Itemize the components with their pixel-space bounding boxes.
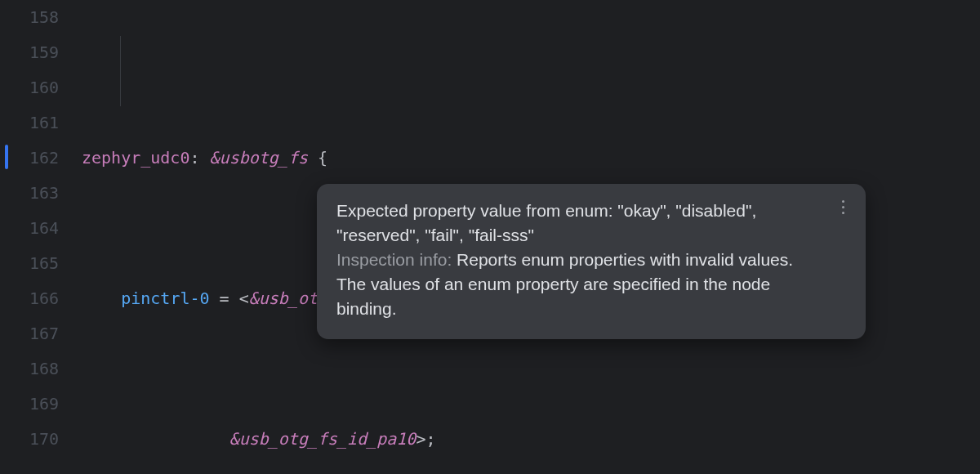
tooltip-info-label: Inspection info: — [336, 250, 452, 269]
property-name: pinctrl-0 — [121, 288, 209, 308]
line-number: 169 — [0, 387, 59, 422]
indent-guide — [120, 36, 121, 106]
line-number: 165 — [0, 246, 59, 281]
punct: : — [189, 148, 209, 168]
line-number: 166 — [0, 281, 59, 316]
line-number-gutter: 158159160161162163164165166167168169170 — [0, 0, 82, 474]
line-number: 158 — [0, 0, 59, 35]
punct: >; — [416, 429, 435, 449]
node-label: zephyr_udc0 — [82, 148, 189, 168]
line-number: 162 — [0, 141, 59, 176]
phandle-ref: &usb_otg_fs_id_pa10 — [229, 429, 416, 449]
caret-line-marker — [5, 145, 8, 169]
more-actions-icon[interactable] — [835, 195, 851, 218]
code-line: zephyr_udc0: &usbotg_fs { — [82, 141, 980, 176]
line-number: 159 — [0, 35, 59, 70]
line-number: 164 — [0, 211, 59, 246]
punct: { — [308, 148, 327, 168]
tooltip-message: Expected property value from enum: "okay… — [336, 199, 826, 248]
line-number: 163 — [0, 176, 59, 211]
inspection-tooltip: Expected property value from enum: "okay… — [317, 184, 866, 339]
line-number: 167 — [0, 316, 59, 351]
code-line: &usb_otg_fs_id_pa10>; — [82, 422, 980, 457]
line-number: 160 — [0, 70, 59, 105]
line-number: 168 — [0, 351, 59, 387]
line-number: 161 — [0, 105, 59, 141]
tooltip-info: Inspection info: Reports enum properties… — [336, 248, 826, 321]
node-ref: &usbotg_fs — [210, 148, 308, 168]
line-number: 170 — [0, 422, 59, 457]
punct: = < — [210, 288, 249, 308]
